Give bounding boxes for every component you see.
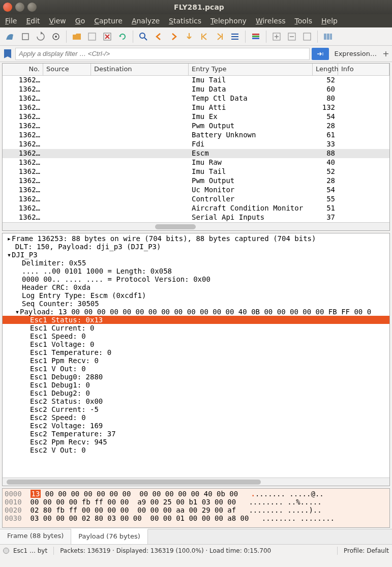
filter-apply-button[interactable] [312, 48, 329, 60]
col-destination[interactable]: Destination [91, 64, 189, 75]
detail-field[interactable]: Esc1 Temperature: 0 [3, 348, 389, 356]
expert-info-icon[interactable] [3, 548, 9, 554]
close-icon[interactable] [3, 3, 12, 12]
last-icon[interactable] [213, 29, 227, 44]
packet-row[interactable]: 1362…Imu Atti132 [3, 103, 389, 112]
restart-icon[interactable] [34, 29, 48, 44]
packet-row[interactable]: 1362…Pwm Output28 [3, 122, 389, 131]
packet-row[interactable]: 1362…Imu Tail52 [3, 167, 389, 176]
bookmark-icon[interactable] [4, 49, 11, 58]
detail-field[interactable]: Esc2 Temperature: 37 [3, 430, 389, 438]
reload-icon[interactable] [115, 29, 130, 44]
packet-row[interactable]: 1362…Imu Raw40 [3, 158, 389, 167]
packet-list-body[interactable]: 1362…Imu Tail521362…Imu Data601362…Temp … [3, 76, 389, 222]
tab-frame[interactable]: Frame (88 bytes) [0, 529, 71, 544]
menu-file[interactable]: File [5, 17, 17, 25]
minimize-icon[interactable] [15, 3, 24, 12]
detail-dlt[interactable]: DLT: 150, Payload: dji_p3 (DJI_P3) [3, 243, 389, 251]
detail-field[interactable]: Esc1 Voltage: 0 [3, 340, 389, 348]
detail-field[interactable]: Esc1 Debug2: 0 [3, 389, 389, 397]
status-profile[interactable]: Profile: Default [344, 547, 389, 554]
detail-field[interactable]: Esc2 Speed: 0 [3, 413, 389, 422]
menu-tools[interactable]: Tools [295, 17, 313, 25]
hex-row[interactable]: 0030 03 00 00 00 02 80 03 00 00 00 00 01… [5, 514, 387, 522]
detail-logentry[interactable]: Log Entry Type: Escm (0xcdf1) [3, 291, 389, 300]
menu-help[interactable]: Help [321, 17, 338, 25]
packet-row[interactable]: 1362…Controller55 [3, 195, 389, 204]
open-icon[interactable] [70, 29, 84, 44]
menu-telephony[interactable]: Telephony [210, 17, 247, 25]
menu-analyze[interactable]: Analyze [132, 17, 160, 25]
packet-row[interactable]: 1362…Imu Tail52 [3, 76, 389, 85]
detail-frame[interactable]: ▸Frame 136253: 88 bytes on wire (704 bit… [3, 234, 389, 243]
detail-field[interactable]: Esc2 Status: 0x00 [3, 397, 389, 405]
packet-row[interactable]: 1362…Aircraft Condition Monitor51 [3, 204, 389, 213]
detail-field[interactable]: Esc2 V Out: 0 [3, 446, 389, 454]
col-source[interactable]: Source [43, 64, 91, 75]
packet-row[interactable]: 1362…Serial Api Inputs37 [3, 213, 389, 222]
col-no[interactable]: No. [3, 64, 43, 75]
hex-row[interactable]: 0010 00 00 00 00 fb ff 00 00 a9 00 25 00… [5, 498, 387, 506]
packet-row[interactable]: 1362…Temp Ctl Data80 [3, 94, 389, 103]
packet-row[interactable]: 1362…Uc Monitor54 [3, 186, 389, 195]
detail-field[interactable]: Esc1 Current: 0 [3, 324, 389, 332]
detail-field[interactable]: Esc2 Voltage: 169 [3, 422, 389, 430]
hex-pane[interactable]: 0000 13 00 00 00 00 00 00 00 00 00 00 00… [2, 488, 390, 528]
packet-row[interactable]: 1362…Battery Unknown61 [3, 131, 389, 140]
find-icon[interactable] [136, 29, 150, 44]
hex-row[interactable]: 0020 02 80 fb ff 00 00 00 00 00 00 00 aa… [5, 506, 387, 514]
menu-statistics[interactable]: Statistics [169, 17, 201, 25]
first-icon[interactable] [197, 29, 212, 44]
goto-icon[interactable] [182, 29, 196, 44]
detail-field[interactable]: Esc1 V Out: 0 [3, 365, 389, 373]
hex-row[interactable]: 0000 13 00 00 00 00 00 00 00 00 00 00 00… [5, 490, 387, 498]
packet-row[interactable]: 1362…Fdi33 [3, 140, 389, 149]
shark-fin-icon[interactable] [3, 29, 17, 44]
tab-payload[interactable]: Payload (76 bytes) [71, 529, 147, 544]
horizontal-scrollbar[interactable] [3, 222, 389, 230]
menu-wireless[interactable]: Wireless [256, 17, 286, 25]
col-info[interactable]: Info [338, 64, 389, 75]
col-entry-type[interactable]: Entry Type [189, 64, 313, 75]
zoom-reset-icon[interactable] [300, 29, 314, 44]
detail-field[interactable]: Esc2 Ppm Recv: 945 [3, 438, 389, 446]
expression-button[interactable]: Expression… [331, 50, 380, 57]
detail-field[interactable]: Esc1 Speed: 0 [3, 332, 389, 340]
display-filter-input[interactable] [15, 48, 310, 60]
autoscroll-icon[interactable] [228, 29, 242, 44]
zoom-out-icon[interactable] [285, 29, 299, 44]
maximize-icon[interactable] [27, 3, 37, 12]
detail-field[interactable]: Esc2 Current: -5 [3, 405, 389, 413]
save-icon[interactable] [85, 29, 99, 44]
detail-field[interactable]: Esc1 Status: 0x13 [3, 316, 389, 324]
menu-capture[interactable]: Capture [94, 17, 123, 25]
packet-row[interactable]: 1362…Imu Data60 [3, 85, 389, 94]
packet-row[interactable]: 1362…Escm88 [3, 149, 389, 158]
detail-length[interactable]: .... ..00 0101 1000 = Length: 0x058 [3, 267, 389, 275]
colorize-icon[interactable] [249, 29, 263, 44]
detail-field[interactable]: Esc1 Debug0: 2880 [3, 373, 389, 381]
details-hscroll[interactable] [3, 478, 389, 486]
menu-go[interactable]: Go [75, 17, 85, 25]
menu-edit[interactable]: Edit [26, 17, 40, 25]
add-filter-button[interactable]: + [382, 49, 390, 58]
packet-row[interactable]: 1362…Pwm Output28 [3, 176, 389, 186]
stop-icon[interactable] [18, 29, 33, 44]
options-icon[interactable] [49, 29, 63, 44]
detail-hcrc[interactable]: Header CRC: 0xda [3, 283, 389, 291]
col-length[interactable]: Length [313, 64, 338, 75]
packet-row[interactable]: 1362…Imu Ex54 [3, 112, 389, 122]
resize-cols-icon[interactable] [321, 29, 335, 44]
detail-delimiter[interactable]: Delimiter: 0x55 [3, 259, 389, 267]
detail-payload[interactable]: ▾Payload: 13 00 00 00 00 00 00 00 00 00 … [3, 308, 389, 316]
prev-icon[interactable] [152, 29, 166, 44]
detail-seq[interactable]: Seq Counter: 30505 [3, 300, 389, 308]
close-file-icon[interactable] [100, 29, 114, 44]
zoom-in-icon[interactable] [269, 29, 284, 44]
menu-view[interactable]: View [49, 17, 66, 25]
detail-field[interactable]: Esc1 Ppm Recv: 0 [3, 356, 389, 365]
detail-proto[interactable]: ▾DJI_P3 [3, 251, 389, 259]
next-icon[interactable] [167, 29, 181, 44]
detail-field[interactable]: Esc1 Debug1: 0 [3, 381, 389, 389]
detail-protver[interactable]: 0000 00.. .... .... = Protocol Version: … [3, 275, 389, 283]
